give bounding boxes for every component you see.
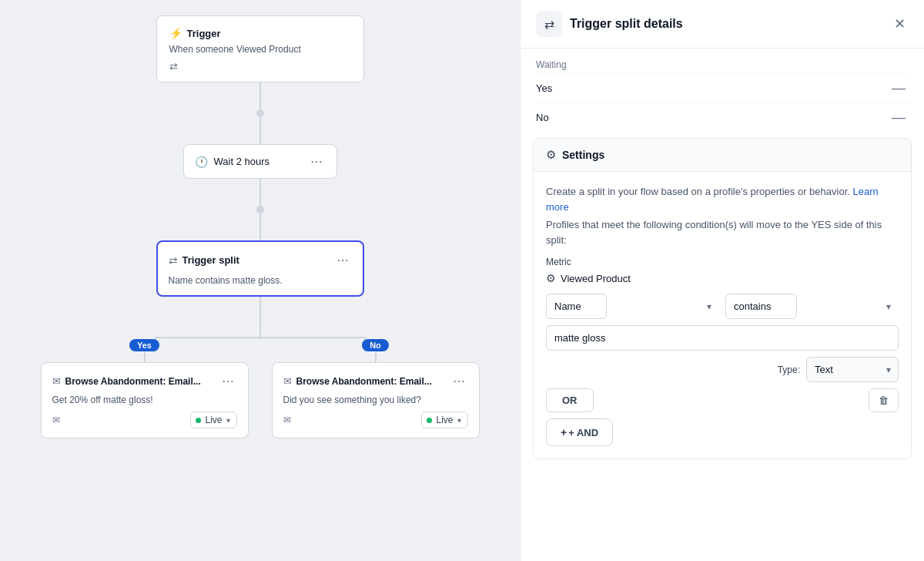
split-header-icon: ⇄ — [544, 17, 554, 32]
wait-node-label: Wait 2 hours — [214, 156, 301, 167]
contains-field-wrapper[interactable]: contains — [725, 294, 899, 319]
connector-3 — [259, 179, 261, 210]
yes-status-label: Live — [205, 415, 222, 425]
trigger-footer-icon: ⇄ — [169, 61, 178, 72]
metric-label: Metric — [546, 257, 899, 267]
no-email-header: ✉ Browse Abandonment: Email... ⋯ — [283, 372, 468, 390]
split-node-header: ⇄ Trigger split ⋯ — [169, 251, 352, 269]
no-email-title: Browse Abandonment: Email... — [296, 376, 445, 387]
branch-v-center — [259, 297, 261, 339]
settings-desc1: Create a split in your flow based on a p… — [546, 184, 899, 214]
settings-title: Settings — [562, 149, 604, 161]
name-field-select[interactable]: Name — [546, 294, 607, 319]
name-field-wrapper[interactable]: Name — [546, 294, 719, 319]
yes-chevron-icon: ▾ — [226, 416, 230, 425]
yes-v-line — [144, 351, 146, 362]
waiting-yes-minus[interactable]: — — [889, 80, 909, 96]
flow-canvas: ⚡ Trigger When someone Viewed Product ⇄ … — [0, 0, 520, 561]
waiting-no-row: No — — [536, 102, 909, 132]
no-mail-icon: ✉ — [283, 375, 292, 387]
no-status-dot — [427, 418, 432, 423]
trigger-node-title: Trigger — [187, 28, 221, 39]
yes-email-more-button[interactable]: ⋯ — [219, 372, 237, 390]
type-label: Type: — [778, 364, 800, 375]
no-branch: No ✉ Browse Abandonment: Email... ⋯ Did … — [260, 339, 491, 438]
panel-title: Trigger split details — [570, 17, 883, 31]
waiting-yes-label: Yes — [536, 82, 552, 94]
trash-icon: 🗑 — [879, 395, 889, 406]
waiting-label: Waiting — [536, 55, 909, 73]
yes-status-dot — [196, 418, 201, 423]
yes-branch: Yes ✉ Browse Abandonment: Email... ⋯ Get… — [29, 339, 260, 438]
no-v-line — [375, 351, 377, 362]
delete-button[interactable]: 🗑 — [869, 388, 899, 412]
metric-gear-icon: ⚙ — [546, 272, 556, 284]
yes-email-node[interactable]: ✉ Browse Abandonment: Email... ⋯ Get 20%… — [41, 362, 249, 438]
no-email-icon-small: ✉ — [283, 415, 291, 425]
no-status-badge[interactable]: Live ▾ — [421, 412, 467, 428]
flow-container: ⚡ Trigger When someone Viewed Product ⇄ … — [0, 8, 520, 446]
panel-header-icon: ⇄ — [536, 11, 562, 37]
type-select[interactable]: Text — [806, 357, 899, 382]
side-panel: ⇄ Trigger split details ✕ Waiting Yes — … — [520, 0, 924, 561]
wait-node[interactable]: 🕐 Wait 2 hours ⋯ — [183, 144, 337, 179]
no-email-body: Did you see something you liked? — [283, 395, 468, 405]
type-select-wrapper[interactable]: Text — [806, 357, 899, 382]
yes-badge: Yes — [129, 339, 159, 351]
split-node[interactable]: ⇄ Trigger split ⋯ Name contains matte gl… — [156, 240, 364, 297]
metric-row: ⚙ Viewed Product — [546, 272, 899, 284]
settings-section: ⚙ Settings Create a split in your flow b… — [533, 138, 912, 459]
trigger-node-header: ⚡ Trigger — [169, 27, 351, 39]
settings-header: ⚙ Settings — [534, 139, 911, 172]
trigger-node[interactable]: ⚡ Trigger When someone Viewed Product ⇄ — [156, 15, 364, 82]
settings-desc2: Profiles that meet the following conditi… — [546, 217, 899, 247]
yes-email-header: ✉ Browse Abandonment: Email... ⋯ — [52, 372, 237, 390]
condition-row: Name contains — [546, 294, 899, 319]
clock-icon: 🕐 — [195, 156, 208, 168]
no-email-node[interactable]: ✉ Browse Abandonment: Email... ⋯ Did you… — [272, 362, 480, 438]
yes-email-footer: ✉ Live ▾ — [52, 412, 237, 428]
branch-connectors — [29, 297, 491, 339]
split-icon: ⇄ — [169, 254, 178, 267]
no-chevron-icon: ▾ — [457, 416, 461, 425]
connector-1 — [259, 82, 261, 113]
waiting-section: Waiting Yes — No — — [521, 49, 924, 138]
connector-4 — [259, 210, 261, 240]
branch-area: Yes ✉ Browse Abandonment: Email... ⋯ Get… — [29, 339, 491, 438]
or-button[interactable]: OR — [546, 388, 594, 412]
trigger-node-subtitle: When someone Viewed Product — [169, 44, 351, 55]
no-email-more-button[interactable]: ⋯ — [450, 372, 468, 390]
value-input[interactable] — [546, 325, 899, 351]
trigger-node-footer: ⇄ — [169, 61, 351, 72]
no-email-footer: ✉ Live ▾ — [283, 412, 468, 428]
branch-h-line — [156, 337, 364, 338]
split-condition: Name contains matte gloss. — [169, 275, 352, 286]
no-status-label: Live — [436, 415, 453, 425]
yes-email-icon-small: ✉ — [52, 415, 60, 425]
type-row: Type: Text — [546, 357, 899, 382]
yes-email-title: Browse Abandonment: Email... — [65, 376, 214, 387]
yes-mail-icon: ✉ — [52, 375, 61, 387]
or-delete-row: OR 🗑 — [546, 388, 899, 412]
waiting-yes-row: Yes — — [536, 73, 909, 102]
connector-2 — [259, 113, 261, 144]
no-badge: No — [362, 339, 389, 351]
lightning-icon: ⚡ — [169, 27, 182, 39]
settings-gear-icon: ⚙ — [546, 148, 556, 162]
contains-field-select[interactable]: contains — [725, 294, 797, 319]
waiting-no-minus[interactable]: — — [889, 109, 909, 126]
metric-value: Viewed Product — [561, 273, 631, 284]
split-node-title: Trigger split — [182, 254, 329, 266]
waiting-no-label: No — [536, 112, 549, 123]
yes-email-body: Get 20% off matte gloss! — [52, 395, 237, 405]
plus-icon: + — [561, 426, 567, 438]
wait-more-button[interactable]: ⋯ — [307, 153, 326, 170]
panel-header: ⇄ Trigger split details ✕ — [521, 0, 924, 49]
yes-status-badge[interactable]: Live ▾ — [190, 412, 236, 428]
split-more-button[interactable]: ⋯ — [333, 251, 352, 269]
and-button[interactable]: + + AND — [546, 418, 613, 446]
settings-body: Create a split in your flow based on a p… — [534, 172, 911, 459]
close-button[interactable]: ✕ — [891, 12, 909, 35]
